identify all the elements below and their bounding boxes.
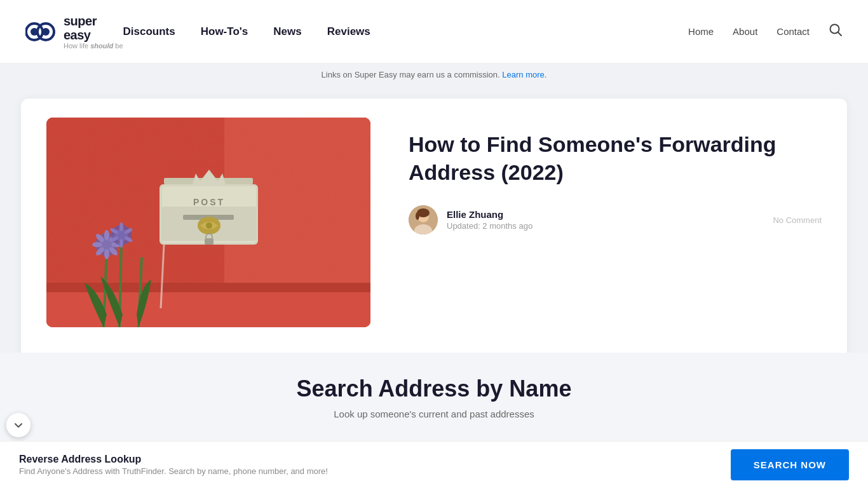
nav-discounts[interactable]: Discounts bbox=[123, 25, 175, 38]
article-image-svg: POST bbox=[46, 118, 370, 327]
no-comment: No Comment bbox=[773, 215, 822, 225]
search-now-button[interactable]: SEARCH NOW bbox=[731, 449, 849, 480]
bottom-bar: Reverse Address Lookup Find Anyone's Add… bbox=[0, 441, 868, 488]
search-widget-subtitle: Look up someone's current and past addre… bbox=[34, 409, 834, 419]
svg-point-3 bbox=[42, 28, 50, 36]
main-card: POST bbox=[21, 98, 847, 442]
site-header: super easy How life should be Discounts … bbox=[0, 0, 868, 64]
author-details: Ellie Zhuang Updated: 2 months ago bbox=[447, 209, 764, 231]
svg-point-26 bbox=[104, 230, 109, 240]
svg-point-36 bbox=[119, 222, 123, 231]
svg-point-39 bbox=[119, 239, 123, 248]
article-info: How to Find Someone's Forwarding Address… bbox=[409, 118, 822, 234]
logo-brand-easy: easy bbox=[64, 28, 123, 42]
logo-text: super easy How life should be bbox=[64, 14, 123, 50]
logo-brand-super: super bbox=[64, 14, 123, 28]
bottom-bar-desc: Find Anyone's Address with TruthFinder. … bbox=[19, 466, 718, 476]
article-image: POST bbox=[46, 118, 370, 327]
nav-contact[interactable]: Contact bbox=[776, 26, 810, 37]
author-updated: Updated: 2 months ago bbox=[447, 221, 764, 231]
nav-reviews[interactable]: Reviews bbox=[327, 25, 370, 38]
article-title: How to Find Someone's Forwarding Address… bbox=[409, 130, 822, 186]
article-top: POST bbox=[46, 118, 822, 327]
logo-tagline: How life should be bbox=[64, 42, 123, 50]
nav-news[interactable]: News bbox=[273, 25, 301, 38]
svg-point-30 bbox=[104, 249, 109, 259]
notice-text: Links on Super Easy may earn us a commis… bbox=[322, 70, 500, 79]
logo-circles-icon bbox=[25, 18, 58, 45]
search-widget-title: Search Address by Name bbox=[34, 376, 834, 402]
author-name: Ellie Zhuang bbox=[447, 209, 764, 220]
logo[interactable]: super easy How life should be bbox=[25, 14, 123, 50]
learn-more-link[interactable]: Learn more. bbox=[502, 70, 546, 79]
svg-rect-10 bbox=[46, 283, 370, 292]
search-icon[interactable] bbox=[829, 23, 843, 40]
search-widget: Search Address by Name Look up someone's… bbox=[0, 353, 868, 442]
svg-point-18 bbox=[206, 222, 212, 229]
author-avatar bbox=[409, 205, 438, 234]
nav-home[interactable]: Home bbox=[688, 26, 714, 37]
svg-line-5 bbox=[838, 32, 842, 36]
scroll-down-indicator[interactable] bbox=[6, 413, 31, 437]
svg-rect-19 bbox=[205, 238, 214, 245]
svg-point-46 bbox=[416, 212, 419, 220]
svg-point-32 bbox=[92, 242, 102, 247]
header-right-nav: Home About Contact bbox=[688, 23, 843, 40]
search-widget-wrap: Search Address by Name Look up someone's… bbox=[21, 353, 847, 442]
bottom-bar-left: Reverse Address Lookup Find Anyone's Add… bbox=[19, 454, 718, 476]
notice-bar: Links on Super Easy may earn us a commis… bbox=[0, 64, 868, 86]
author-row: Ellie Zhuang Updated: 2 months ago No Co… bbox=[409, 205, 822, 234]
nav-about[interactable]: About bbox=[733, 26, 757, 37]
bottom-bar-title: Reverse Address Lookup bbox=[19, 454, 718, 465]
nav-howtos[interactable]: How-To's bbox=[201, 25, 248, 38]
main-nav: Discounts How-To's News Reviews bbox=[123, 25, 689, 38]
svg-text:POST: POST bbox=[193, 197, 225, 207]
